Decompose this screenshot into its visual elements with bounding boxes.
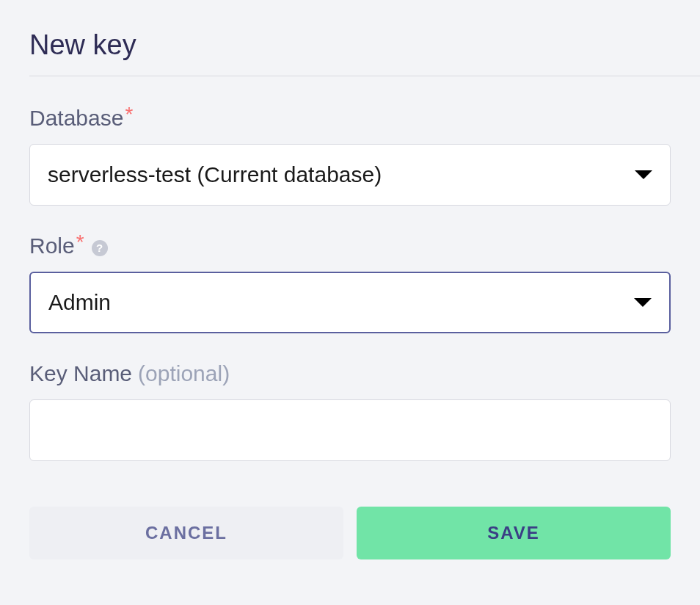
optional-label: (optional) <box>138 361 230 386</box>
chevron-down-icon <box>634 298 652 307</box>
chevron-down-icon <box>635 170 652 179</box>
key-name-field-group: Key Name (optional) <box>29 361 671 461</box>
save-button[interactable]: SAVE <box>357 507 671 559</box>
key-name-label: Key Name (optional) <box>29 361 671 386</box>
role-field-group: Role * ? Admin <box>29 233 671 333</box>
button-row: CANCEL SAVE <box>29 507 671 559</box>
page-title: New key <box>29 29 671 61</box>
key-name-label-text: Key Name <box>29 361 132 386</box>
role-select-value: Admin <box>48 290 111 315</box>
database-field-group: Database * serverless-test (Current data… <box>29 106 671 206</box>
required-asterisk-icon: * <box>76 231 84 254</box>
role-label-text: Role <box>29 233 75 258</box>
database-select-value: serverless-test (Current database) <box>48 162 382 187</box>
required-asterisk-icon: * <box>125 103 133 126</box>
title-divider <box>29 76 700 76</box>
role-label: Role * ? <box>29 233 671 258</box>
cancel-button[interactable]: CANCEL <box>29 507 343 559</box>
database-label-text: Database <box>29 106 123 131</box>
role-select[interactable]: Admin <box>29 272 671 333</box>
key-name-input[interactable] <box>29 399 671 461</box>
database-label: Database * <box>29 106 671 131</box>
help-icon[interactable]: ? <box>92 240 108 256</box>
database-select[interactable]: serverless-test (Current database) <box>29 144 671 206</box>
